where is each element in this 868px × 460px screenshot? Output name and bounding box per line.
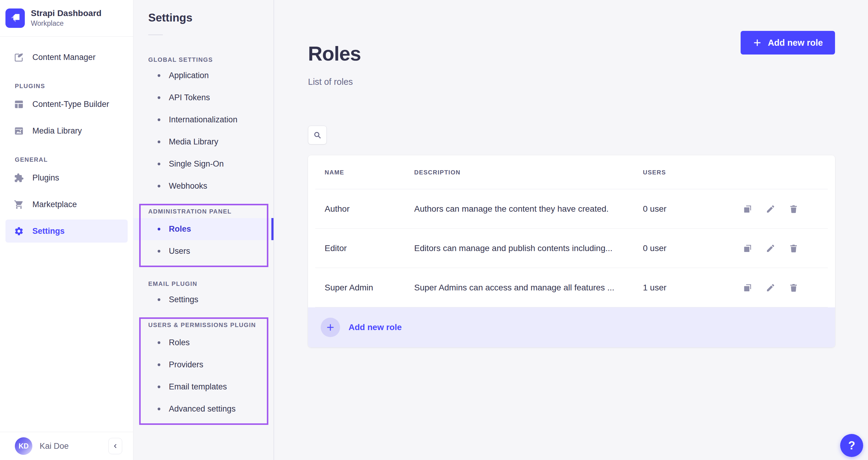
user-avatar[interactable]: KD	[15, 437, 32, 455]
table-row[interactable]: Author Authors can manage the content th…	[308, 189, 835, 229]
subnav-item-label: Internationalization	[169, 115, 238, 124]
duplicate-icon	[743, 283, 752, 292]
subnav-section-header: EMAIL PLUGIN	[148, 281, 274, 287]
table-row[interactable]: Super Admin Super Admins can access and …	[308, 268, 835, 307]
edit-button[interactable]	[766, 204, 775, 214]
annotation-box-administration-panel: ADMINISTRATION PANEL Roles Users	[139, 204, 268, 267]
strapi-logo-icon	[5, 8, 25, 28]
subnav-item-label: Roles	[169, 338, 190, 347]
sidebar-item-content-type-builder[interactable]: Content-Type Builder	[0, 91, 133, 117]
subnav-item-label: Email templates	[169, 382, 227, 392]
sidebar-item-label: Content-Type Builder	[32, 99, 109, 109]
bullet-icon	[158, 96, 160, 99]
sidebar-item-marketplace[interactable]: Marketplace	[0, 191, 133, 218]
subnav-item-label: Single Sign-On	[169, 159, 224, 169]
subnav-item-email-settings[interactable]: Settings	[133, 289, 274, 311]
image-icon	[14, 126, 24, 136]
duplicate-icon	[743, 243, 752, 253]
role-user-count: 0 user	[643, 204, 743, 214]
duplicate-button[interactable]	[743, 204, 752, 214]
sidebar-item-label: Settings	[32, 227, 65, 236]
bullet-icon	[158, 250, 160, 253]
subnav-item-media-library[interactable]: Media Library	[133, 131, 274, 153]
subnav-section-global-settings: GLOBAL SETTINGS Application API Tokens I…	[133, 56, 274, 197]
duplicate-button[interactable]	[743, 283, 752, 292]
trash-icon	[789, 204, 798, 214]
trash-icon	[789, 283, 798, 292]
subnav-item-label: API Tokens	[169, 93, 210, 103]
add-new-role-label: Add new role	[768, 38, 823, 48]
plus-circle-icon	[321, 318, 340, 337]
delete-button[interactable]	[789, 243, 798, 253]
subnav-title: Settings	[148, 11, 274, 24]
sidebar-item-media-library[interactable]: Media Library	[0, 117, 133, 144]
bullet-icon	[158, 185, 160, 188]
plus-icon	[326, 323, 335, 332]
subnav-item-label: Providers	[169, 360, 203, 370]
add-new-role-footer-button[interactable]: Add new role	[308, 307, 835, 347]
edit-button[interactable]	[766, 243, 775, 253]
duplicate-button[interactable]	[743, 243, 752, 253]
sidebar-item-label: Content Manager	[32, 53, 96, 62]
subnav-item-email-templates[interactable]: Email templates	[133, 376, 274, 398]
bullet-icon	[158, 163, 160, 165]
subnav-item-users[interactable]: Users	[133, 240, 274, 262]
role-name: Super Admin	[324, 283, 414, 292]
page-subtitle: List of roles	[308, 77, 361, 87]
main-content: Roles List of roles Add new role NAME DE…	[274, 0, 868, 460]
help-button[interactable]: ?	[840, 434, 863, 457]
subnav-item-label: Settings	[169, 295, 198, 304]
table-row[interactable]: Editor Editors can manage and publish co…	[308, 229, 835, 268]
search-button[interactable]	[308, 126, 327, 144]
subnav-item-up-roles[interactable]: Roles	[133, 332, 274, 354]
sidebar-item-plugins[interactable]: Plugins	[0, 165, 133, 191]
subnav-item-single-sign-on[interactable]: Single Sign-On	[133, 153, 274, 175]
chevron-left-icon	[112, 443, 119, 450]
add-new-role-button[interactable]: Add new role	[741, 31, 835, 55]
sidebar-item-content-manager[interactable]: Content Manager	[0, 44, 133, 70]
edit-button[interactable]	[766, 283, 775, 292]
bullet-icon	[158, 298, 160, 301]
divider	[148, 34, 163, 35]
subnav-item-application[interactable]: Application	[133, 64, 274, 87]
subnav-item-label: Users	[169, 247, 190, 256]
role-user-count: 0 user	[643, 243, 743, 253]
subnav-item-roles-active[interactable]: Roles	[133, 218, 274, 240]
subnav-item-api-tokens[interactable]: API Tokens	[133, 87, 274, 109]
sidebar-user-area: KD Kai Doe	[0, 432, 133, 460]
subnav-item-label: Application	[169, 71, 209, 80]
subnav-item-label: Advanced settings	[169, 404, 236, 414]
subnav-section-header: GLOBAL SETTINGS	[148, 56, 274, 63]
sidebar-section-general: GENERAL	[15, 156, 133, 163]
duplicate-icon	[743, 204, 752, 214]
bullet-icon	[158, 341, 160, 344]
subnav-item-providers[interactable]: Providers	[133, 354, 274, 376]
role-description: Authors can manage the content they have…	[414, 204, 643, 214]
bullet-icon	[158, 228, 160, 230]
sidebar-item-label: Marketplace	[32, 200, 77, 209]
delete-button[interactable]	[789, 283, 798, 292]
subnav-item-webhooks[interactable]: Webhooks	[133, 175, 274, 197]
annotation-box-users-permissions-plugin: USERS & PERMISSIONS PLUGIN Roles Provide…	[139, 317, 268, 425]
collapse-sidebar-button[interactable]	[108, 438, 122, 454]
sidebar-item-label: Media Library	[32, 126, 82, 136]
active-indicator-bar	[271, 218, 274, 240]
user-name: Kai Doe	[40, 441, 69, 451]
plus-icon	[753, 38, 762, 47]
role-description: Editors can manage and publish contents …	[414, 243, 643, 253]
subnav-section-email-plugin: EMAIL PLUGIN Settings	[133, 281, 274, 311]
bullet-icon	[158, 385, 160, 388]
feather-icon	[14, 52, 24, 62]
subnav-item-internationalization[interactable]: Internationalization	[133, 109, 274, 131]
role-name: Editor	[324, 243, 414, 253]
search-icon	[313, 131, 322, 140]
pencil-icon	[766, 204, 775, 214]
role-user-count: 1 user	[643, 283, 743, 292]
workspace-brand[interactable]: Strapi Dashboard Workplace	[0, 0, 133, 37]
sidebar-item-settings[interactable]: Settings	[5, 220, 128, 242]
delete-button[interactable]	[789, 204, 798, 214]
subnav-item-advanced-settings[interactable]: Advanced settings	[133, 398, 274, 420]
cart-icon	[14, 200, 24, 209]
role-description: Super Admins can access and manage all f…	[414, 283, 643, 292]
bullet-icon	[158, 74, 160, 77]
